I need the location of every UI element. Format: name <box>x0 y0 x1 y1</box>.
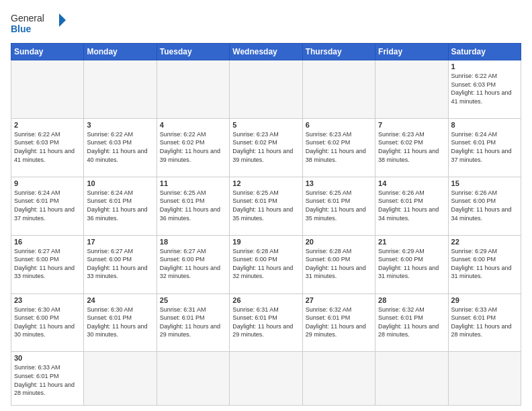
calendar-day-cell: 10Sunrise: 6:24 AMSunset: 6:01 PMDayligh… <box>84 177 157 235</box>
weekday-header-cell: Monday <box>84 44 157 60</box>
day-number: 25 <box>160 296 226 304</box>
day-info: Sunrise: 6:26 AMSunset: 6:01 PMDaylight:… <box>378 189 445 222</box>
calendar-day-cell: 17Sunrise: 6:27 AMSunset: 6:00 PMDayligh… <box>84 235 157 293</box>
calendar-week-row: 23Sunrise: 6:30 AMSunset: 6:00 PMDayligh… <box>11 293 521 352</box>
calendar-day-cell: 18Sunrise: 6:27 AMSunset: 6:00 PMDayligh… <box>157 235 229 293</box>
calendar-day-cell: 11Sunrise: 6:25 AMSunset: 6:01 PMDayligh… <box>157 177 229 235</box>
day-info: Sunrise: 6:22 AMSunset: 6:03 PMDaylight:… <box>87 130 153 164</box>
calendar-week-row: 2Sunrise: 6:22 AMSunset: 6:03 PMDaylight… <box>11 118 521 177</box>
day-info: Sunrise: 6:31 AMSunset: 6:01 PMDaylight:… <box>160 306 226 339</box>
day-info: Sunrise: 6:22 AMSunset: 6:03 PMDaylight:… <box>14 130 81 164</box>
weekday-header-cell: Wednesday <box>230 44 302 60</box>
calendar-day-cell <box>84 352 157 406</box>
day-number: 29 <box>451 296 518 304</box>
day-number: 14 <box>378 179 445 187</box>
calendar-week-row: 9Sunrise: 6:24 AMSunset: 6:01 PMDaylight… <box>11 177 521 235</box>
day-info: Sunrise: 6:22 AMSunset: 6:03 PMDaylight:… <box>451 72 518 105</box>
day-number: 18 <box>160 238 226 246</box>
calendar-day-cell: 9Sunrise: 6:24 AMSunset: 6:01 PMDaylight… <box>11 177 84 235</box>
day-number: 27 <box>306 296 372 304</box>
day-number: 13 <box>306 179 372 187</box>
day-number: 11 <box>160 179 226 187</box>
day-number: 6 <box>306 121 372 129</box>
calendar-week-row: 30Sunrise: 6:33 AMSunset: 6:01 PMDayligh… <box>11 352 521 406</box>
day-number: 5 <box>232 121 299 129</box>
calendar-day-cell <box>375 60 448 119</box>
day-number: 20 <box>306 238 372 246</box>
day-number: 8 <box>451 121 518 129</box>
day-info: Sunrise: 6:23 AMSunset: 6:02 PMDaylight:… <box>378 130 445 164</box>
calendar-day-cell: 7Sunrise: 6:23 AMSunset: 6:02 PMDaylight… <box>375 118 448 177</box>
calendar-day-cell: 29Sunrise: 6:33 AMSunset: 6:01 PMDayligh… <box>448 293 521 352</box>
day-info: Sunrise: 6:28 AMSunset: 6:00 PMDaylight:… <box>232 247 299 281</box>
calendar-day-cell: 23Sunrise: 6:30 AMSunset: 6:00 PMDayligh… <box>11 293 84 352</box>
day-number: 10 <box>87 179 153 187</box>
logo: General Blue <box>11 11 71 38</box>
weekday-header-cell: Saturday <box>448 44 521 60</box>
calendar-day-cell: 13Sunrise: 6:25 AMSunset: 6:01 PMDayligh… <box>302 177 375 235</box>
day-info: Sunrise: 6:33 AMSunset: 6:01 PMDaylight:… <box>14 363 81 397</box>
day-number: 9 <box>14 179 81 187</box>
calendar-day-cell: 21Sunrise: 6:29 AMSunset: 6:00 PMDayligh… <box>375 235 448 293</box>
day-info: Sunrise: 6:27 AMSunset: 6:00 PMDaylight:… <box>87 247 153 281</box>
calendar-day-cell: 3Sunrise: 6:22 AMSunset: 6:03 PMDaylight… <box>84 118 157 177</box>
calendar-day-cell <box>84 60 157 119</box>
weekday-header-cell: Friday <box>375 44 448 60</box>
weekday-header-cell: Tuesday <box>157 44 229 60</box>
page: General Blue SundayMondayTuesdayWednesda… <box>0 0 532 411</box>
day-number: 15 <box>451 179 518 187</box>
calendar-day-cell: 24Sunrise: 6:30 AMSunset: 6:01 PMDayligh… <box>84 293 157 352</box>
calendar-day-cell: 2Sunrise: 6:22 AMSunset: 6:03 PMDaylight… <box>11 118 84 177</box>
day-info: Sunrise: 6:33 AMSunset: 6:01 PMDaylight:… <box>451 306 518 339</box>
day-info: Sunrise: 6:23 AMSunset: 6:02 PMDaylight:… <box>306 130 372 164</box>
calendar-day-cell: 12Sunrise: 6:25 AMSunset: 6:01 PMDayligh… <box>230 177 302 235</box>
day-info: Sunrise: 6:25 AMSunset: 6:01 PMDaylight:… <box>160 189 226 222</box>
day-info: Sunrise: 6:26 AMSunset: 6:00 PMDaylight:… <box>451 189 518 222</box>
day-number: 19 <box>232 238 299 246</box>
header: General Blue <box>11 11 521 38</box>
calendar-day-cell: 30Sunrise: 6:33 AMSunset: 6:01 PMDayligh… <box>11 352 84 406</box>
calendar-day-cell <box>230 60 302 119</box>
calendar-day-cell: 20Sunrise: 6:28 AMSunset: 6:00 PMDayligh… <box>302 235 375 293</box>
day-info: Sunrise: 6:30 AMSunset: 6:00 PMDaylight:… <box>14 306 81 339</box>
day-info: Sunrise: 6:32 AMSunset: 6:01 PMDaylight:… <box>378 306 445 339</box>
day-info: Sunrise: 6:23 AMSunset: 6:02 PMDaylight:… <box>232 130 299 164</box>
day-number: 17 <box>87 238 153 246</box>
svg-text:General: General <box>11 13 44 24</box>
calendar-day-cell: 4Sunrise: 6:22 AMSunset: 6:02 PMDaylight… <box>157 118 229 177</box>
calendar-day-cell: 6Sunrise: 6:23 AMSunset: 6:02 PMDaylight… <box>302 118 375 177</box>
calendar-body: 1Sunrise: 6:22 AMSunset: 6:03 PMDaylight… <box>11 60 521 406</box>
day-info: Sunrise: 6:24 AMSunset: 6:01 PMDaylight:… <box>451 130 518 164</box>
day-number: 7 <box>378 121 445 129</box>
day-info: Sunrise: 6:24 AMSunset: 6:01 PMDaylight:… <box>14 189 81 222</box>
day-info: Sunrise: 6:25 AMSunset: 6:01 PMDaylight:… <box>232 189 299 222</box>
day-info: Sunrise: 6:29 AMSunset: 6:00 PMDaylight:… <box>378 247 445 281</box>
day-info: Sunrise: 6:27 AMSunset: 6:00 PMDaylight:… <box>160 247 226 281</box>
day-info: Sunrise: 6:25 AMSunset: 6:01 PMDaylight:… <box>306 189 372 222</box>
calendar-day-cell: 26Sunrise: 6:31 AMSunset: 6:01 PMDayligh… <box>230 293 302 352</box>
day-info: Sunrise: 6:29 AMSunset: 6:00 PMDaylight:… <box>451 247 518 281</box>
calendar-day-cell: 19Sunrise: 6:28 AMSunset: 6:00 PMDayligh… <box>230 235 302 293</box>
day-number: 3 <box>87 121 153 129</box>
day-number: 28 <box>378 296 445 304</box>
calendar-day-cell <box>302 352 375 406</box>
day-info: Sunrise: 6:28 AMSunset: 6:00 PMDaylight:… <box>306 247 372 281</box>
calendar-day-cell: 22Sunrise: 6:29 AMSunset: 6:00 PMDayligh… <box>448 235 521 293</box>
calendar-week-row: 16Sunrise: 6:27 AMSunset: 6:00 PMDayligh… <box>11 235 521 293</box>
day-number: 26 <box>232 296 299 304</box>
day-info: Sunrise: 6:30 AMSunset: 6:01 PMDaylight:… <box>87 306 153 339</box>
calendar-day-cell: 25Sunrise: 6:31 AMSunset: 6:01 PMDayligh… <box>157 293 229 352</box>
day-number: 12 <box>232 179 299 187</box>
calendar-day-cell: 14Sunrise: 6:26 AMSunset: 6:01 PMDayligh… <box>375 177 448 235</box>
calendar-day-cell: 8Sunrise: 6:24 AMSunset: 6:01 PMDaylight… <box>448 118 521 177</box>
day-info: Sunrise: 6:22 AMSunset: 6:02 PMDaylight:… <box>160 130 226 164</box>
day-number: 2 <box>14 121 81 129</box>
day-info: Sunrise: 6:32 AMSunset: 6:01 PMDaylight:… <box>306 306 372 339</box>
day-number: 21 <box>378 238 445 246</box>
calendar-day-cell: 28Sunrise: 6:32 AMSunset: 6:01 PMDayligh… <box>375 293 448 352</box>
day-number: 4 <box>160 121 226 129</box>
calendar-day-cell <box>302 60 375 119</box>
day-number: 30 <box>14 354 81 362</box>
weekday-header-row: SundayMondayTuesdayWednesdayThursdayFrid… <box>11 44 521 60</box>
calendar-day-cell <box>448 352 521 406</box>
